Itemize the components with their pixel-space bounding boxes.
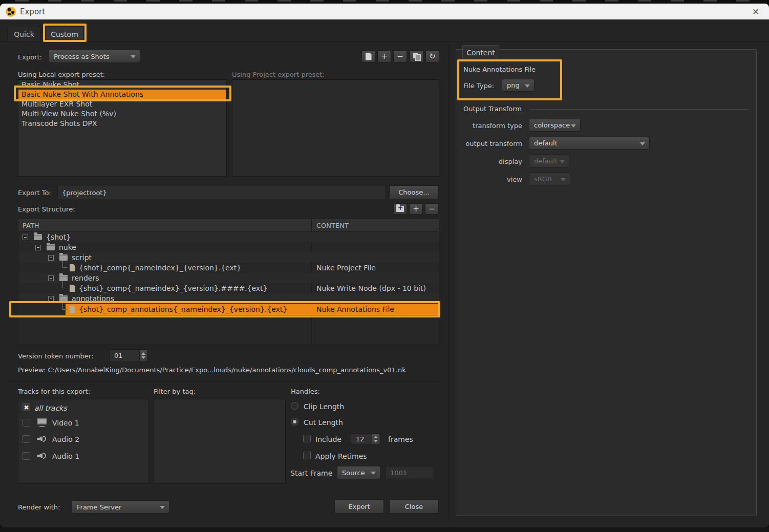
remove-preset-button[interactable]: −	[393, 50, 407, 62]
expander-icon[interactable]	[35, 245, 41, 250]
audio-track-icon	[37, 452, 47, 460]
duplicate-preset-button[interactable]	[410, 50, 423, 62]
background-app-menubar	[0, 0, 769, 4]
track-row-all[interactable]: ✖ all tracks	[18, 402, 148, 414]
track-row-audio2[interactable]: Audio 2	[18, 433, 148, 444]
tree-path: {shot}_comp_annotations{_nameindex}_{ver…	[79, 305, 287, 313]
output-transform-dropdown[interactable]: default	[529, 137, 650, 150]
tree-row[interactable]: {shot}_comp{_nameindex}_{version}.####.{…	[18, 283, 439, 293]
tree-row[interactable]: nuke	[18, 242, 439, 252]
include-frames-spinner[interactable]: 12	[351, 433, 380, 445]
transform-type-label: transform type	[456, 122, 522, 130]
track-row-video1[interactable]: Video 1	[18, 417, 148, 428]
tree-path: {shot}_comp{_nameindex}_{version}.{ext}	[79, 264, 241, 272]
tracks-list[interactable]: ✖ all tracks Video 1 Audio 2 Audio 1	[18, 399, 149, 484]
project-preset-label: Using Project export preset:	[232, 71, 325, 78]
track-row-audio1[interactable]: Audio 1	[18, 450, 148, 461]
tree-content: Nuke Project File	[316, 264, 376, 272]
content-panel	[456, 49, 757, 516]
tracks-label: Tracks for this export:	[18, 388, 90, 395]
render-with-label: Render with:	[18, 503, 60, 511]
tab-quick[interactable]: Quick	[7, 27, 41, 41]
start-frame-field[interactable]: 1001	[386, 466, 433, 479]
tree-row[interactable]: {shot}	[18, 232, 439, 242]
project-preset-list[interactable]	[232, 79, 439, 177]
add-item-button[interactable]: +	[409, 203, 423, 215]
new-preset-button[interactable]	[361, 50, 375, 62]
export-to-label: Export To:	[18, 189, 51, 197]
dialog-titlebar[interactable]: Export ✕	[0, 4, 769, 19]
export-structure-table[interactable]: PATH CONTENT {shot} nuke script	[18, 219, 439, 345]
panel-divider	[448, 45, 448, 521]
preset-item[interactable]: Multi-View Nuke Shot (%v)	[18, 109, 226, 119]
tree-connector	[62, 261, 67, 268]
preset-item[interactable]: Transcode Shots DPX	[18, 119, 226, 129]
col-content: CONTENT	[316, 222, 349, 229]
expander-icon[interactable]	[48, 275, 54, 281]
filter-by-tag-box[interactable]	[154, 399, 286, 484]
checkbox-icon[interactable]	[23, 419, 30, 427]
checkbox-icon[interactable]	[23, 452, 30, 460]
output-transform-heading: Output Transform	[463, 105, 522, 113]
apply-retimes-checkbox[interactable]	[303, 452, 311, 459]
spinner-arrows-icon[interactable]	[372, 434, 379, 444]
export-button[interactable]: Export	[334, 499, 384, 514]
include-checkbox[interactable]	[303, 435, 311, 442]
add-preset-button[interactable]: +	[377, 50, 391, 62]
tab-content[interactable]: Content	[462, 45, 499, 59]
nuke-app-icon	[6, 7, 16, 17]
plus-icon: +	[381, 52, 388, 61]
add-folder-button[interactable]	[393, 203, 407, 215]
tree-row[interactable]: script	[18, 252, 439, 263]
tree-path: {shot}	[46, 233, 71, 241]
close-icon[interactable]: ✕	[750, 6, 762, 18]
display-dropdown: default	[529, 155, 569, 167]
tree-row[interactable]: {shot}_comp{_nameindex}_{version}.{ext} …	[18, 263, 439, 273]
remove-item-button[interactable]: −	[425, 203, 439, 215]
folder-icon	[59, 295, 68, 302]
local-preset-list[interactable]: Basic Nuke Shot Basic Nuke Shot With Ann…	[18, 79, 227, 177]
expander-icon[interactable]	[48, 296, 54, 302]
preset-item[interactable]: Basic Nuke Shot	[18, 80, 226, 90]
checkbox-icon[interactable]	[23, 435, 30, 443]
clip-length-radio[interactable]	[291, 402, 298, 410]
expander-icon[interactable]	[23, 235, 28, 240]
preset-item-selected[interactable]: Basic Nuke Shot With Annotations	[18, 90, 226, 99]
tree-connector	[62, 281, 67, 288]
file-type-dropdown[interactable]: png	[502, 79, 535, 92]
revert-preset-button[interactable]: ↻	[425, 50, 439, 62]
background-app-bottom	[0, 527, 769, 532]
clip-length-label: Clip Length	[304, 402, 344, 411]
checkbox-checked-icon[interactable]: ✖	[23, 403, 30, 411]
version-token-spinner[interactable]: 01	[109, 349, 148, 362]
export-structure-label: Export Structure:	[18, 205, 75, 213]
choose-button[interactable]: Choose...	[389, 185, 439, 199]
separator	[9, 381, 440, 382]
dialog-body: Quick Custom Export: Process as Shots + …	[0, 19, 769, 527]
tree-content: Nuke Annotations File	[316, 305, 394, 313]
spinner-arrows-icon[interactable]	[139, 350, 147, 361]
tree-row[interactable]: renders	[18, 273, 439, 283]
start-frame-mode-dropdown[interactable]: Source	[337, 466, 380, 479]
tree-path: annotations	[72, 294, 114, 303]
render-with-dropdown[interactable]: Frame Server	[72, 500, 169, 514]
tree-row-selected[interactable]: {shot}_comp_annotations{_nameindex}_{ver…	[18, 304, 439, 315]
export-mode-dropdown[interactable]: Process as Shots	[49, 50, 140, 63]
dialog-title: Export	[20, 7, 45, 16]
tree-connector	[62, 303, 67, 310]
output-transform-value: default	[534, 139, 558, 147]
tab-custom[interactable]: Custom	[45, 27, 84, 41]
tree-row[interactable]: annotations	[18, 293, 439, 304]
cut-length-radio[interactable]	[291, 418, 298, 425]
transform-type-dropdown[interactable]: colorspace	[529, 119, 581, 132]
expander-icon[interactable]	[48, 255, 54, 261]
audio-track-icon	[37, 435, 47, 443]
export-dialog: Export ✕ Quick Custom Export: Process as…	[0, 0, 769, 532]
video-track-icon	[37, 418, 47, 426]
export-to-field[interactable]: {projectroot}	[57, 186, 386, 199]
tree-path: renders	[72, 274, 99, 282]
close-button[interactable]: Close	[389, 499, 439, 514]
preset-item[interactable]: Multilayer EXR Shot	[18, 99, 226, 109]
local-preset-label: Using Local export preset:	[18, 71, 105, 78]
output-transform-label: output transform	[456, 140, 522, 147]
